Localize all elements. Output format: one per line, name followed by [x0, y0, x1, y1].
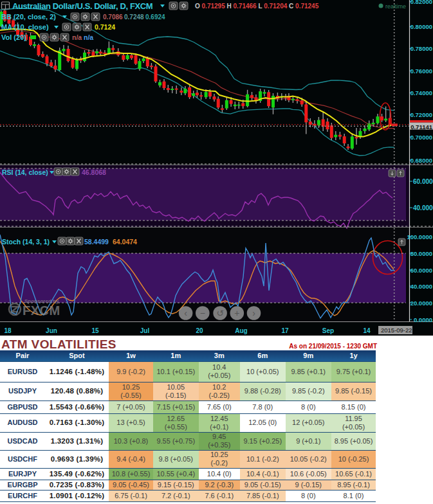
svg-text:0.7086: 0.7086	[103, 14, 123, 21]
svg-text:n/a: n/a	[84, 33, 93, 41]
svg-text:100.0000: 100.0000	[407, 233, 432, 240]
svg-text:MA (10, close): MA (10, close)	[1, 23, 49, 31]
svg-text:14: 14	[363, 327, 371, 334]
svg-text:0.68000: 0.68000	[410, 157, 432, 164]
svg-text:‹: ‹	[184, 308, 187, 318]
svg-text:realtime: realtime	[385, 3, 406, 10]
svg-text:0.76000: 0.76000	[410, 68, 432, 75]
svg-text:0.7124: 0.7124	[95, 23, 115, 31]
svg-text:Australian Dollar/U.S. Dollar,: Australian Dollar/U.S. Dollar, D, FXCM	[12, 1, 152, 11]
svg-text:−: −	[200, 308, 205, 318]
svg-text:20: 20	[196, 327, 203, 334]
svg-text:BB (20, close, 2): BB (20, close, 2)	[1, 13, 56, 21]
svg-text:2015-09-22: 2015-09-22	[381, 327, 412, 334]
svg-text:17: 17	[281, 327, 289, 334]
svg-text:18: 18	[4, 327, 12, 334]
svg-text:Jul: Jul	[140, 327, 150, 334]
svg-text:58.4499: 58.4499	[84, 238, 109, 246]
svg-text:60.0000: 60.0000	[410, 267, 432, 274]
svg-text:0.0000: 0.0000	[414, 316, 432, 323]
svg-text:15: 15	[91, 327, 99, 334]
svg-text:40.0000: 40.0000	[413, 204, 433, 212]
svg-text:Aug: Aug	[235, 327, 247, 334]
svg-text:0.6924: 0.6924	[145, 14, 165, 21]
svg-text:0.71141: 0.71141	[410, 123, 433, 130]
svg-text:0.78000: 0.78000	[410, 45, 432, 52]
svg-text:Vol (20): Vol (20)	[1, 33, 26, 41]
svg-text:↺: ↺	[216, 308, 224, 318]
svg-text:60.0000: 60.0000	[413, 178, 433, 185]
svg-text:20.0000: 20.0000	[410, 300, 432, 307]
svg-text:O 0.71295 H 0.71466 L 0.71204: O 0.71295 H 0.71466 L 0.71204 C 0.71245	[195, 3, 319, 10]
svg-text:46.8068: 46.8068	[82, 168, 106, 176]
svg-text:Stoch (14, 3, 1): Stoch (14, 3, 1)	[2, 238, 50, 246]
svg-text:Sep: Sep	[322, 327, 334, 334]
svg-text:Jun: Jun	[46, 327, 57, 334]
svg-text:40.0000: 40.0000	[410, 283, 432, 290]
svg-text:FXCM: FXCM	[23, 303, 60, 318]
svg-text:+: +	[234, 308, 239, 318]
svg-text:80.0000: 80.0000	[410, 250, 432, 257]
svg-text:64.0474: 64.0474	[113, 238, 137, 246]
svg-text:0.80000: 0.80000	[410, 23, 432, 30]
svg-text:RSI (14, close): RSI (14, close)	[2, 168, 48, 176]
svg-text:0.72000: 0.72000	[410, 111, 432, 118]
svg-text:0.74000: 0.74000	[410, 89, 432, 96]
svg-text:0.82000: 0.82000	[410, 0, 432, 5]
svg-text:0.70000: 0.70000	[410, 134, 432, 141]
svg-text:n/a: n/a	[72, 33, 82, 41]
svg-text:0.7248: 0.7248	[124, 14, 144, 21]
svg-text:›: ›	[252, 308, 255, 318]
